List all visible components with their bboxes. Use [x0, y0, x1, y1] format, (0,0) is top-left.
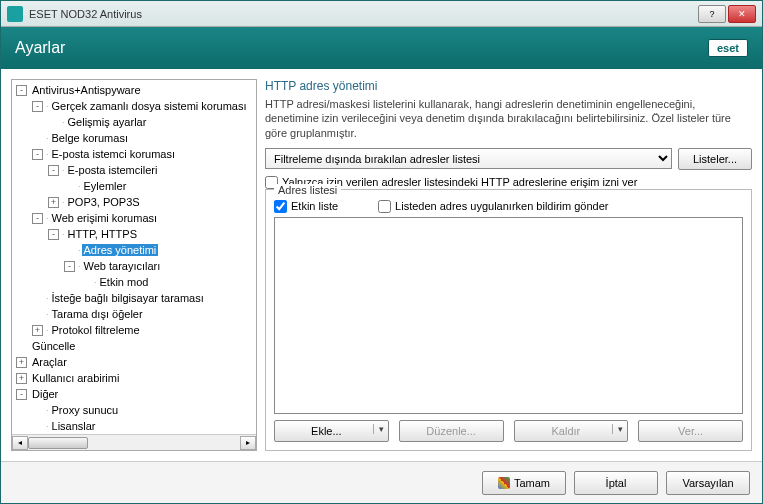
tree-item-label: Kullanıcı arabirimi [30, 372, 121, 384]
add-button[interactable]: Ekle... [274, 420, 389, 442]
tree-connector: · [46, 309, 48, 319]
collapse-icon[interactable]: - [16, 85, 27, 96]
scroll-track[interactable] [28, 436, 240, 450]
address-list-fieldset: Adres listesi Etkin liste Listeden adres… [265, 189, 752, 451]
remove-button[interactable]: Kaldır [514, 420, 629, 442]
default-button[interactable]: Varsayılan [666, 471, 750, 495]
notify-checkbox[interactable] [378, 200, 391, 213]
tree-item[interactable]: +Kullanıcı arabirimi [12, 370, 256, 386]
tree-item-label: İsteğe bağlı bilgisayar taraması [50, 292, 206, 304]
eset-logo: eset [708, 39, 748, 57]
tree-connector: · [62, 117, 64, 127]
scroll-thumb[interactable] [28, 437, 88, 449]
fieldset-legend: Adres listesi [274, 184, 341, 196]
tree-item-label: Belge koruması [50, 132, 130, 144]
tree-item[interactable]: -·Web erişimi koruması [12, 210, 256, 226]
tree-item[interactable]: ·İsteğe bağlı bilgisayar taraması [12, 290, 256, 306]
lists-button[interactable]: Listeler... [678, 148, 752, 170]
tree-item-label: Adres yönetimi [82, 244, 159, 256]
collapse-icon[interactable]: - [32, 149, 43, 160]
tree-item[interactable]: -·HTTP, HTTPS [12, 226, 256, 242]
tree-connector: · [62, 229, 64, 239]
tree-item-label: Güncelle [30, 340, 77, 352]
collapse-icon[interactable]: - [48, 229, 59, 240]
expand-icon[interactable]: + [48, 197, 59, 208]
tree-item[interactable]: ·Lisanslar [12, 418, 256, 434]
tree-spacer [64, 181, 75, 192]
tree-item-label: Diğer [30, 388, 60, 400]
tree-connector: · [46, 149, 48, 159]
tree-item[interactable]: Güncelle [12, 338, 256, 354]
tree-item[interactable]: ·Belge koruması [12, 130, 256, 146]
tree-connector: · [46, 325, 48, 335]
tree-item[interactable]: ·Gelişmiş ayarlar [12, 114, 256, 130]
tree-item[interactable]: ·Eylemler [12, 178, 256, 194]
tree-connector: · [78, 261, 80, 271]
export-button[interactable]: Ver... [638, 420, 743, 442]
tree-connector: · [46, 293, 48, 303]
tree-item[interactable]: +Araçlar [12, 354, 256, 370]
tree-item[interactable]: +·Protokol filtreleme [12, 322, 256, 338]
tree-item[interactable]: -Antivirus+Antispyware [12, 82, 256, 98]
tree-item[interactable]: ·Proxy sunucu [12, 402, 256, 418]
tree-spacer [48, 117, 59, 128]
tree-connector: · [78, 181, 80, 191]
expand-icon[interactable]: + [32, 325, 43, 336]
tree-spacer [32, 133, 43, 144]
tree-item-label: Gerçek zamanlı dosya sistemi koruması [50, 100, 249, 112]
address-listbox[interactable] [274, 217, 743, 414]
tree-item-label: Tarama dışı öğeler [50, 308, 145, 320]
tree-item[interactable]: ·Tarama dışı öğeler [12, 306, 256, 322]
ok-button[interactable]: Tamam [482, 471, 566, 495]
help-button[interactable]: ? [698, 5, 726, 23]
list-type-combo[interactable]: Filtreleme dışında bırakılan adresler li… [265, 148, 672, 169]
header-bar: Ayarlar eset [1, 27, 762, 69]
app-icon [7, 6, 23, 22]
active-list-checkbox[interactable] [274, 200, 287, 213]
tree-connector: · [46, 133, 48, 143]
tree-item[interactable]: ·Etkin mod [12, 274, 256, 290]
collapse-icon[interactable]: - [16, 389, 27, 400]
tree-item-label: Proxy sunucu [50, 404, 121, 416]
tree-item-label: Araçlar [30, 356, 69, 368]
close-button[interactable]: ✕ [728, 5, 756, 23]
collapse-icon[interactable]: - [32, 101, 43, 112]
tree-item[interactable]: -·E-posta istemci koruması [12, 146, 256, 162]
tree-connector: · [78, 245, 80, 255]
tree-connector: · [62, 197, 64, 207]
tree-spacer [32, 309, 43, 320]
expand-icon[interactable]: + [16, 357, 27, 368]
notify-row[interactable]: Listeden adres uygulanırken bildirim gön… [378, 200, 608, 213]
tree-item[interactable]: -·Web tarayıcıları [12, 258, 256, 274]
tree-item-label: Web erişimi koruması [50, 212, 160, 224]
settings-tree[interactable]: -Antivirus+Antispyware-·Gerçek zamanlı d… [12, 80, 256, 434]
tree-item-label: Gelişmiş ayarlar [66, 116, 149, 128]
uac-shield-icon [498, 477, 510, 489]
tree-item-label: Lisanslar [50, 420, 98, 432]
window-title: ESET NOD32 Antivirus [29, 8, 698, 20]
edit-button[interactable]: Düzenle... [399, 420, 504, 442]
tree-item-label: Etkin mod [98, 276, 151, 288]
tree-item[interactable]: -Diğer [12, 386, 256, 402]
tree-item[interactable]: +·POP3, POP3S [12, 194, 256, 210]
tree-item[interactable]: -·E-posta istemcileri [12, 162, 256, 178]
collapse-icon[interactable]: - [32, 213, 43, 224]
scroll-right-button[interactable]: ▸ [240, 436, 256, 450]
tree-scrollbar[interactable]: ◂ ▸ [12, 434, 256, 450]
tree-spacer [32, 293, 43, 304]
tree-item-label: Protokol filtreleme [50, 324, 142, 336]
scroll-left-button[interactable]: ◂ [12, 436, 28, 450]
tree-spacer [16, 341, 27, 352]
tree-connector: · [94, 277, 96, 287]
tree-spacer [80, 277, 91, 288]
cancel-button[interactable]: İptal [574, 471, 658, 495]
expand-icon[interactable]: + [16, 373, 27, 384]
tree-item[interactable]: -·Gerçek zamanlı dosya sistemi koruması [12, 98, 256, 114]
titlebar[interactable]: ESET NOD32 Antivirus ? ✕ [1, 1, 762, 27]
collapse-icon[interactable]: - [48, 165, 59, 176]
tree-item[interactable]: ·Adres yönetimi [12, 242, 256, 258]
tree-connector: · [46, 405, 48, 415]
active-list-row[interactable]: Etkin liste [274, 200, 338, 213]
tree-connector: · [62, 165, 64, 175]
collapse-icon[interactable]: - [64, 261, 75, 272]
